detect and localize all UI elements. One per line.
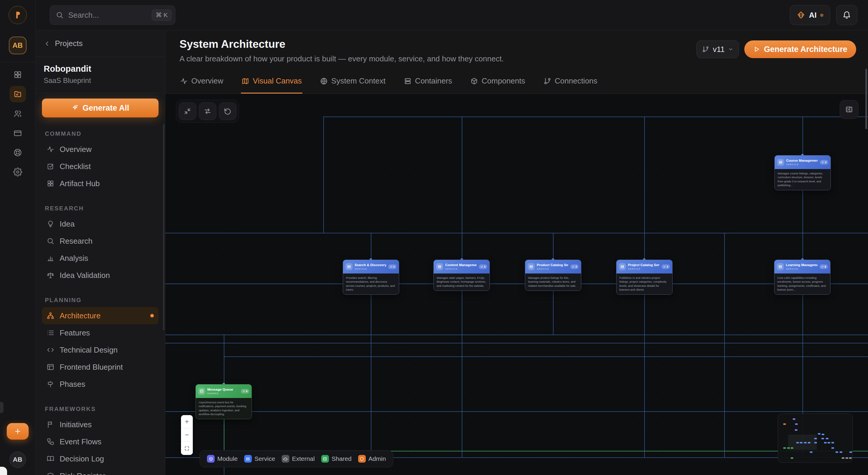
- ai-assistant-button[interactable]: AI: [790, 5, 830, 25]
- connector-line: [724, 233, 725, 457]
- zoom-out-button[interactable]: [181, 429, 193, 442]
- legend-item-shared: Shared: [321, 455, 352, 463]
- zoom-in-button[interactable]: [181, 415, 193, 429]
- node-type: SERVICE: [786, 163, 818, 166]
- rail-item-projects[interactable]: [9, 86, 26, 102]
- rail-item-dashboard[interactable]: [9, 66, 26, 83]
- generate-all-button[interactable]: Generate All: [42, 99, 159, 117]
- canvas-node-product-catalog[interactable]: Product Catalog Service SERVICE 3 Manage…: [525, 260, 581, 291]
- sidebar-item-overview[interactable]: Overview: [42, 141, 159, 158]
- tab-overview[interactable]: Overview: [180, 71, 224, 94]
- tab-system-context[interactable]: System Context: [319, 71, 386, 94]
- create-new-button[interactable]: [7, 423, 29, 440]
- rail-bottom: AB: [7, 423, 29, 475]
- toggle-direction-button[interactable]: [199, 102, 216, 120]
- sidebar-item-architecture[interactable]: Architecture: [42, 307, 159, 324]
- sidebar-item-technical-design[interactable]: Technical Design: [42, 341, 159, 359]
- fit-screen-button[interactable]: [181, 442, 193, 455]
- connector-line: [224, 335, 224, 384]
- node-description: Manages course listings, categories, cur…: [775, 169, 831, 190]
- rail-item-support[interactable]: [9, 144, 26, 161]
- sidebar-item-research[interactable]: Research: [42, 233, 159, 249]
- tab-visual-canvas[interactable]: Visual Canvas: [241, 71, 302, 94]
- sidebar-item-event-flows[interactable]: Event Flows: [42, 433, 159, 450]
- node-title: Message Queue: [207, 388, 239, 391]
- sidebar-item-idea-validation[interactable]: Idea Validation: [42, 267, 159, 284]
- users-icon: [13, 109, 22, 118]
- version-dropdown[interactable]: v11: [696, 40, 739, 58]
- minus-icon: [184, 432, 190, 438]
- tab-components[interactable]: Components: [470, 71, 526, 94]
- app-logo[interactable]: [8, 6, 27, 24]
- minimap-node: [822, 438, 824, 439]
- rail-item-settings[interactable]: [9, 164, 26, 180]
- sidebar-item-decision-log[interactable]: Decision Log: [42, 450, 159, 467]
- reset-layout-button[interactable]: [219, 102, 237, 120]
- server-icon: [777, 159, 784, 166]
- nav-section-label: FRAMEWORKS: [45, 406, 156, 412]
- sidebar-item-artifact-hub[interactable]: Artifact Hub: [42, 175, 159, 192]
- project-name: Robopandit: [44, 64, 157, 74]
- back-to-projects[interactable]: Projects: [35, 30, 165, 57]
- pulse-icon: [180, 77, 188, 85]
- play-icon: [753, 46, 760, 53]
- node-header: Search & Discovery Ser... SERVICE 2: [343, 260, 399, 273]
- back-label: Projects: [55, 39, 83, 48]
- node-title: Project Catalog Service: [628, 263, 659, 267]
- sidebar-item-frontend-blueprint[interactable]: Frontend Blueprint: [42, 359, 159, 376]
- canvas-node-project-catalog[interactable]: Project Catalog Service SERVICE 3 Publis…: [616, 260, 673, 295]
- minimap-node: [793, 418, 795, 420]
- sidebar-item-label: Decision Log: [60, 454, 104, 464]
- brand-flag-icon: [13, 11, 22, 20]
- legend-label: Service: [254, 455, 275, 462]
- visual-canvas[interactable]: Course Management Se... SERVICE 4 Manage…: [165, 94, 868, 475]
- minimap-node: [849, 451, 852, 453]
- rail-item-team[interactable]: [9, 105, 26, 122]
- zoom-controls: [181, 415, 193, 455]
- fit-view-button[interactable]: [179, 102, 196, 120]
- canvas-node-message-queue[interactable]: Message Queue SHARED 6 Asynchronous even…: [195, 384, 252, 419]
- minimap-node: [804, 442, 807, 443]
- tab-containers[interactable]: Containers: [403, 71, 453, 94]
- sidebar-item-initiatives[interactable]: Initiatives: [42, 416, 159, 433]
- node-header: Project Catalog Service SERVICE 3: [616, 260, 672, 273]
- minimap[interactable]: [778, 414, 852, 463]
- notifications-button[interactable]: [836, 5, 857, 25]
- sidebar-item-analysis[interactable]: Analysis: [42, 249, 159, 267]
- node-title: Course Management Se...: [786, 159, 818, 162]
- canvas-node-content-management[interactable]: Content Management S... SERVICE 3 Manage…: [433, 260, 490, 291]
- settings-icon: [13, 168, 22, 176]
- generate-architecture-button[interactable]: Generate Architecture: [744, 40, 856, 58]
- sidebar-item-features[interactable]: Features: [42, 324, 159, 341]
- sidebar-item-risk-register[interactable]: Risk Register: [42, 467, 159, 475]
- legend-label: Shared: [332, 455, 352, 462]
- minimap-node: [842, 457, 844, 459]
- hierarchy-icon: [46, 312, 54, 319]
- sidebar-collapse-handle[interactable]: [0, 402, 4, 413]
- workspace-avatar[interactable]: AB: [9, 37, 27, 54]
- sidebar-item-checklist[interactable]: Checklist: [42, 158, 159, 175]
- search-input[interactable]: [68, 10, 148, 20]
- tab-connections[interactable]: Connections: [543, 71, 598, 94]
- tab-label: System Context: [331, 76, 385, 86]
- node-connection-badge: 2: [388, 264, 397, 269]
- sidebar-nav: COMMAND Overview Checklist Artifact Hub …: [35, 117, 165, 475]
- life-buoy-icon: [13, 148, 22, 157]
- canvas-node-course-management[interactable]: Course Management Se... SERVICE 4 Manage…: [774, 155, 831, 190]
- content-scrollbar[interactable]: [865, 69, 867, 129]
- pulse-icon: [46, 145, 54, 153]
- open-panel-button[interactable]: [840, 100, 859, 119]
- sidebar-item-label: Initiatives: [60, 420, 92, 429]
- minimap-node: [845, 457, 848, 459]
- minimap-node: [828, 442, 830, 443]
- user-avatar[interactable]: AB: [9, 451, 26, 468]
- rail-item-billing[interactable]: [9, 125, 26, 141]
- canvas-node-learning-management[interactable]: Learning Management ... SERVICE 6 Core L…: [774, 260, 831, 295]
- nav-section-label: COMMAND: [45, 130, 156, 137]
- sidebar-scrollbar[interactable]: [163, 124, 164, 331]
- node-header: Learning Management ... SERVICE 6: [774, 260, 830, 273]
- sidebar-item-idea[interactable]: Idea: [42, 215, 159, 233]
- canvas-node-search-discovery[interactable]: Search & Discovery Ser... SERVICE 2 Prov…: [343, 260, 399, 295]
- sidebar-item-phases[interactable]: Phases: [42, 376, 159, 393]
- global-search[interactable]: ⌘ K: [50, 5, 175, 25]
